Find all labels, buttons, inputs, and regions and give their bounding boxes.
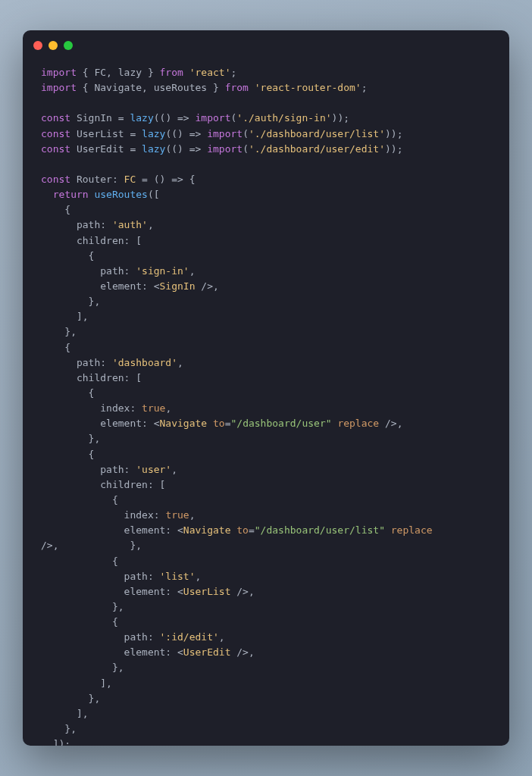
code-token: }, [41, 723, 77, 734]
code-token: from [160, 67, 183, 78]
code-token: import [207, 128, 243, 139]
code-token: { [41, 342, 70, 353]
code-token: , [196, 571, 202, 582]
code-token: index: [41, 402, 142, 414]
code-token: return [53, 189, 89, 200]
code-token: path: [41, 631, 160, 643]
code-token [433, 524, 439, 536]
code-token: path: [41, 265, 136, 277]
code-token: path: [41, 219, 112, 230]
code-token: './dashboard/user/list' [249, 128, 385, 139]
code-token: const [41, 112, 70, 124]
code-token: to [236, 524, 249, 536]
code-token: , [189, 509, 196, 521]
code-token: ( [243, 128, 249, 139]
code-token: />, [230, 646, 254, 658]
code-token: Navigate [183, 524, 231, 536]
code-token: />, }, [41, 540, 142, 551]
code-token: { [41, 555, 118, 567]
code-token: ], [41, 708, 89, 719]
code-token: 'sign-in' [136, 265, 189, 277]
code-token: const [41, 143, 70, 155]
code-token: "/dashboard/user" [230, 418, 331, 429]
code-token: true [142, 402, 165, 414]
code-token: 'auth' [112, 219, 148, 230]
code-token: UserEdit = [70, 143, 142, 155]
code-token: element: < [41, 646, 183, 658]
code-token: const [41, 174, 70, 185]
code-token: { FC, lazy } [77, 67, 160, 78]
code-token [207, 418, 213, 429]
code-token: import [207, 143, 243, 155]
code-token: import [196, 112, 231, 124]
code-token: UserList [183, 586, 231, 597]
code-token: />, [230, 586, 254, 597]
code-token: './dashboard/user/edit' [249, 143, 385, 155]
code-token: index: [41, 509, 165, 521]
code-token: , [165, 402, 171, 414]
code-token: , [189, 265, 196, 277]
code-token: element: < [41, 524, 183, 536]
code-token: UserEdit [183, 646, 231, 658]
code-token: lazy [142, 128, 165, 139]
code-token: Router: [70, 174, 124, 185]
maximize-button[interactable] [64, 41, 73, 50]
code-token: SignIn [160, 280, 196, 292]
code-token: = () => { [136, 174, 195, 185]
code-token: lazy [130, 112, 153, 124]
close-button[interactable] [33, 41, 42, 50]
code-token: import [41, 82, 77, 93]
code-token: useRoutes [89, 189, 148, 200]
code-token: , [148, 219, 154, 230]
code-token: to [213, 418, 225, 429]
code-token [41, 189, 53, 200]
code-token: }, [41, 601, 124, 612]
code-token: { [41, 204, 70, 215]
code-content: import { FC, lazy } from 'react'; import… [23, 50, 509, 746]
code-token: }, [41, 326, 77, 337]
code-token: element: < [41, 280, 160, 292]
code-token: ], [41, 677, 112, 689]
code-token: SignIn = [70, 112, 130, 124]
code-token: ; [230, 67, 236, 78]
code-token: }, [41, 662, 124, 673]
code-token: replace [337, 418, 379, 429]
code-token: children: [ [41, 372, 142, 383]
code-token: children: [ [41, 479, 165, 490]
code-token [249, 82, 255, 93]
code-token: ], [41, 311, 89, 322]
code-token: 'dashboard' [112, 357, 177, 368]
code-token: }, [41, 296, 100, 307]
minimize-button[interactable] [49, 41, 58, 50]
code-token: { [41, 387, 94, 399]
code-token: element: < [41, 418, 160, 429]
code-token: { [41, 449, 94, 460]
code-token: 'list' [160, 571, 196, 582]
code-token: element: < [41, 586, 183, 597]
code-token: true [165, 509, 189, 521]
code-token: children: [ [41, 235, 142, 246]
code-token: UserList = [70, 128, 142, 139]
code-token: (() => [165, 128, 207, 139]
code-token: replace [391, 524, 433, 536]
code-token: from [225, 82, 249, 93]
code-token: , [219, 631, 225, 643]
code-token: path: [41, 571, 160, 582]
code-token: FC [124, 174, 136, 185]
code-token: path: [41, 357, 112, 368]
code-token: ; [361, 82, 368, 93]
code-token: , [177, 357, 183, 368]
code-token [385, 524, 391, 536]
code-token: )); [332, 112, 349, 124]
code-token: lazy [142, 143, 165, 155]
code-token: (() => [165, 143, 207, 155]
code-token: )); [385, 128, 402, 139]
code-token [183, 67, 189, 78]
code-token: />, [379, 418, 402, 429]
code-token: { [41, 616, 118, 627]
code-token: { Navigate, useRoutes } [77, 82, 225, 93]
code-token: "/dashboard/user/list" [255, 524, 385, 536]
code-token: />, [196, 280, 219, 292]
code-token: 'react' [189, 67, 231, 78]
code-token: { [41, 494, 118, 505]
